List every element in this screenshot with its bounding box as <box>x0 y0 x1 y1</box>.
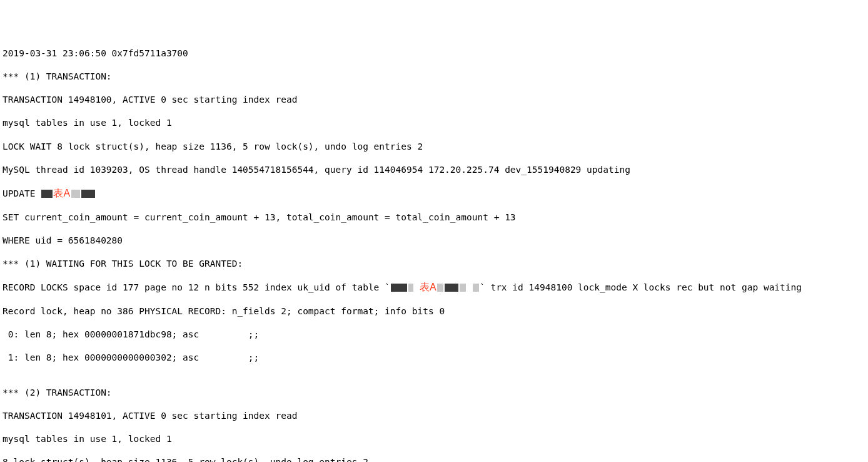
annotation-table-a: 表A <box>420 282 437 292</box>
redaction-block <box>408 284 413 292</box>
log-line: *** (1) TRANSACTION: <box>3 71 865 83</box>
log-line-update-tableA: UPDATE 表A <box>3 187 865 200</box>
redaction-block <box>71 190 80 198</box>
annotation-table-a: 表A <box>53 188 71 198</box>
log-line: LOCK WAIT 8 lock struct(s), heap size 11… <box>3 141 865 153</box>
redaction-block <box>391 284 407 292</box>
log-line: mysql tables in use 1, locked 1 <box>3 117 865 129</box>
log-line: 0: len 8; hex 00000001871dbc98; asc ;; <box>3 329 865 341</box>
log-line: *** (2) TRANSACTION: <box>3 387 865 399</box>
log-line: *** (1) WAITING FOR THIS LOCK TO BE GRAN… <box>3 258 865 270</box>
text-fragment: ` trx id 14948100 lock_mode X locks rec … <box>480 282 802 292</box>
redaction-block <box>460 284 466 292</box>
log-line: Record lock, heap no 386 PHYSICAL RECORD… <box>3 305 865 317</box>
redaction-block <box>41 190 53 198</box>
log-line: WHERE uid = 6561840280 <box>3 235 865 247</box>
redaction-block <box>437 284 443 292</box>
log-line: 2019-03-31 23:06:50 0x7fd5711a3700 <box>3 48 865 59</box>
redaction-block <box>81 190 95 198</box>
log-line: MySQL thread id 1039203, OS thread handl… <box>3 164 865 176</box>
redaction-block <box>473 284 479 292</box>
log-line-recordlock-tableA-1: RECORD LOCKS space id 177 page no 12 n b… <box>3 281 865 294</box>
text-fragment: UPDATE <box>3 188 41 198</box>
log-line: SET current_coin_amount = current_coin_a… <box>3 212 865 223</box>
log-line: TRANSACTION 14948101, ACTIVE 0 sec start… <box>3 410 865 422</box>
text-fragment: RECORD LOCKS space id 177 page no 12 n b… <box>3 282 390 292</box>
redaction-block <box>445 284 458 292</box>
log-line: 1: len 8; hex 0000000000000302; asc ;; <box>3 352 865 364</box>
log-line: TRANSACTION 14948100, ACTIVE 0 sec start… <box>3 94 865 106</box>
log-line: 8 lock struct(s), heap size 1136, 5 row … <box>3 456 865 462</box>
log-line: mysql tables in use 1, locked 1 <box>3 433 865 445</box>
